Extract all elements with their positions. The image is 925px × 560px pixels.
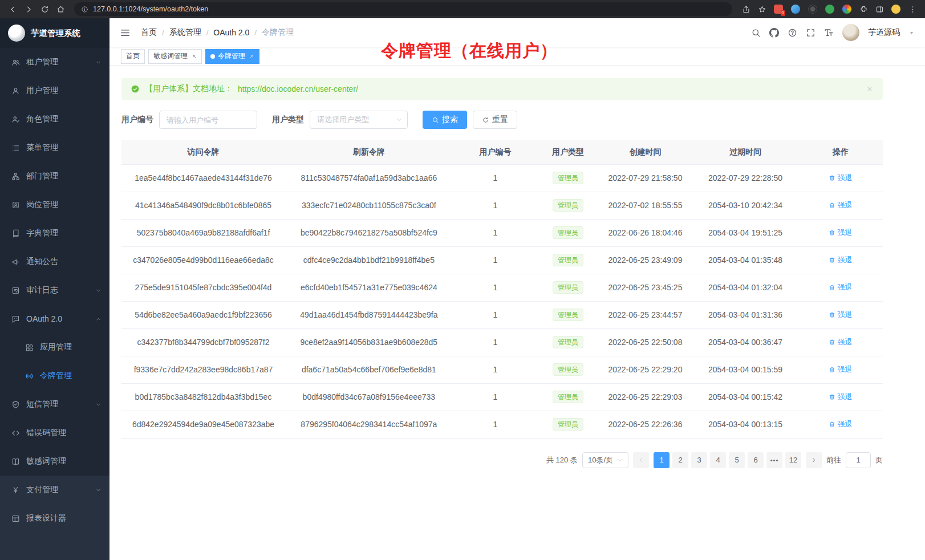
puzzle-icon[interactable] <box>857 2 870 16</box>
sidebar-item-角色管理[interactable]: 角色管理 <box>0 105 109 133</box>
sidebar-item-支付管理[interactable]: 支付管理 <box>0 476 109 504</box>
page-button-6[interactable]: 6 <box>748 452 764 468</box>
chevron-down-icon <box>95 59 102 66</box>
close-icon[interactable] <box>192 54 197 59</box>
force-logout-button[interactable]: 强退 <box>829 282 852 293</box>
hamburger-icon[interactable] <box>120 27 131 38</box>
page-button-1[interactable]: 1 <box>654 452 670 468</box>
extension-green-icon[interactable] <box>825 5 834 14</box>
force-logout-button[interactable]: 强退 <box>829 337 852 347</box>
sidebar-item-敏感词管理[interactable]: 敏感词管理 <box>0 447 109 476</box>
sidebar-item-岗位管理[interactable]: 岗位管理 <box>0 190 109 219</box>
caret-down-icon[interactable] <box>908 30 915 36</box>
sidebar-item-租户管理[interactable]: 租户管理 <box>0 48 109 76</box>
help-icon[interactable] <box>788 28 797 38</box>
user-type-cell: 管理员 <box>538 192 598 219</box>
force-logout-button[interactable]: 强退 <box>829 364 852 375</box>
sidebar-item-OAuth 2.0[interactable]: OAuth 2.0 <box>0 305 109 333</box>
breadcrumb-item[interactable]: 系统管理 <box>169 27 201 38</box>
force-logout-button[interactable]: 强退 <box>829 173 852 183</box>
share-icon[interactable] <box>739 2 753 16</box>
split-view-icon[interactable] <box>873 2 886 16</box>
user-type-tag: 管理员 <box>553 336 583 348</box>
force-logout-button[interactable]: 强退 <box>829 200 852 210</box>
sidebar-item-菜单管理[interactable]: 菜单管理 <box>0 133 109 162</box>
extension-rainbow-icon[interactable] <box>842 5 851 14</box>
reset-button[interactable]: 重置 <box>473 111 517 129</box>
sidebar-item-部门管理[interactable]: 部门管理 <box>0 162 109 190</box>
trash-icon <box>829 311 835 318</box>
sidebar: 芋道管理系统 租户管理用户管理角色管理菜单管理部门管理岗位管理字典管理通知公告审… <box>0 18 109 560</box>
force-logout-button[interactable]: 强退 <box>829 419 852 429</box>
user-type-select[interactable]: 请选择用户类型 <box>310 111 408 129</box>
access-token-cell: 502375b8040a469a9b82188afdf6af1f <box>121 219 285 246</box>
force-logout-button[interactable]: 强退 <box>829 310 852 320</box>
fullscreen-icon[interactable] <box>806 28 816 38</box>
github-icon[interactable] <box>769 28 779 38</box>
access-token-cell: 54d6be82ee5a460a9aedc1f9bf223656 <box>121 301 285 328</box>
info-icon[interactable] <box>80 2 89 16</box>
page-button-12[interactable]: 12 <box>785 452 801 468</box>
sidebar-item-短信管理[interactable]: 短信管理 <box>0 390 109 419</box>
close-icon[interactable] <box>249 54 254 59</box>
search-button[interactable]: 搜索 <box>423 111 467 129</box>
app-logo[interactable]: 芋道管理系统 <box>0 18 109 48</box>
sidebar-item-错误码管理[interactable]: 错误码管理 <box>0 419 109 447</box>
page-button-3[interactable]: 3 <box>691 452 707 468</box>
bookmark-star-icon[interactable] <box>755 2 769 16</box>
page-button-4[interactable]: 4 <box>710 452 726 468</box>
sidebar-item-令牌管理[interactable]: 令牌管理 <box>0 362 109 390</box>
extension-red-icon[interactable]: 0 <box>774 5 783 14</box>
menu-item-label: 审计日志 <box>26 285 58 295</box>
user-avatar[interactable] <box>842 24 859 41</box>
column-header: 访问令牌 <box>121 140 285 164</box>
sidebar-item-报表设计器[interactable]: 报表设计器 <box>0 504 109 533</box>
menu-item-label: 错误码管理 <box>26 428 66 438</box>
page-button-2[interactable]: 2 <box>672 452 688 468</box>
sidebar-item-应用管理[interactable]: 应用管理 <box>0 333 109 362</box>
tab-首页[interactable]: 首页 <box>121 49 145 64</box>
breadcrumb-separator: / <box>162 29 164 37</box>
next-page-button[interactable] <box>806 452 822 468</box>
alert-text: 【用户体系】文档地址： <box>145 84 233 94</box>
force-logout-label: 强退 <box>837 419 852 429</box>
tab-令牌管理[interactable]: 令牌管理 <box>205 49 259 64</box>
forward-icon[interactable] <box>22 2 35 16</box>
extension-blue-icon[interactable] <box>791 5 800 14</box>
font-size-icon[interactable] <box>824 28 834 38</box>
chevron-down-icon <box>95 287 102 294</box>
column-header: 用户类型 <box>538 140 598 164</box>
sidebar-item-审计日志[interactable]: 审计日志 <box>0 276 109 305</box>
force-logout-button[interactable]: 强退 <box>829 255 852 265</box>
page-button-5[interactable]: 5 <box>729 452 745 468</box>
column-header: 操作 <box>798 140 883 164</box>
menu-dots-icon[interactable] <box>906 2 919 16</box>
page-ellipsis[interactable]: ••• <box>766 452 782 468</box>
force-logout-button[interactable]: 强退 <box>829 392 852 402</box>
profile-avatar[interactable] <box>891 5 900 14</box>
sidebar-item-字典管理[interactable]: 字典管理 <box>0 219 109 247</box>
sidebar-item-通知公告[interactable]: 通知公告 <box>0 247 109 276</box>
url-bar[interactable]: 127.0.0.1:1024/system/oauth2/token <box>74 2 732 16</box>
prev-page-button[interactable] <box>633 452 649 468</box>
expire-time-cell: 2054-03-04 00:13:15 <box>692 411 798 438</box>
breadcrumb-item[interactable]: 首页 <box>141 27 157 38</box>
search-icon[interactable] <box>751 28 761 38</box>
reload-icon[interactable] <box>38 2 51 16</box>
username[interactable]: 芋道源码 <box>868 27 900 38</box>
back-icon[interactable] <box>6 2 19 16</box>
goto-page-input[interactable] <box>846 452 871 468</box>
user-id-input[interactable] <box>159 111 257 129</box>
create-time-cell: 2022-07-02 18:55:55 <box>598 192 693 219</box>
breadcrumb-item[interactable]: OAuth 2.0 <box>213 28 249 37</box>
close-icon[interactable] <box>866 85 874 93</box>
navbar: 首页/系统管理/OAuth 2.0/令牌管理 芋道源码 <box>109 18 925 47</box>
home-icon[interactable] <box>54 2 67 16</box>
tab-敏感词管理[interactable]: 敏感词管理 <box>148 49 202 64</box>
extension-dark-icon[interactable] <box>808 5 817 14</box>
force-logout-button[interactable]: 强退 <box>829 228 852 238</box>
page-size-select[interactable]: 10条/页 <box>582 452 628 468</box>
sidebar-item-用户管理[interactable]: 用户管理 <box>0 76 109 105</box>
doc-link[interactable]: https://doc.iocoder.cn/user-center/ <box>238 84 358 94</box>
expire-time-cell: 2054-03-04 00:15:59 <box>692 356 798 383</box>
